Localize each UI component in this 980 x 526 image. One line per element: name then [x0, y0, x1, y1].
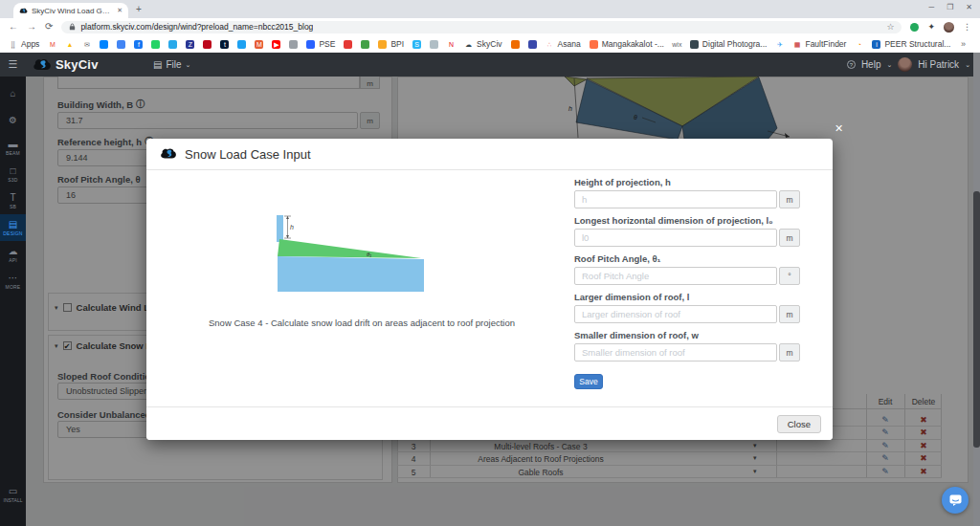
modal-close-icon[interactable]: ✕ — [835, 122, 843, 135]
bookmark-item[interactable]: ☁ SkyCiv — [464, 39, 501, 49]
bookmark-item[interactable] — [203, 40, 212, 49]
bookmark-item[interactable]: Z — [186, 40, 194, 49]
bookmark-label: PEER Structural... — [884, 39, 950, 49]
bookmark-favicon: f — [134, 40, 143, 49]
sidebar-item[interactable]: T SB — [0, 187, 26, 214]
bookmark-item[interactable]: ✈ — [775, 40, 784, 49]
bookmarks-overflow-icon[interactable]: » — [961, 39, 966, 49]
extensions-pin-icon[interactable]: ✦ — [927, 22, 935, 32]
bookmark-item[interactable]: wix — [673, 40, 681, 49]
reload-icon[interactable]: ⟳ — [45, 22, 53, 32]
bookmark-item[interactable]: ▲ — [65, 40, 74, 49]
skyciv-logo: SkyCiv — [33, 53, 99, 77]
monitor-icon: ▭ — [9, 486, 17, 496]
bookmark-item[interactable]: N — [447, 40, 456, 49]
browser-profile-avatar[interactable] — [944, 22, 954, 33]
field-input[interactable] — [574, 343, 777, 362]
skyciv-cloud-icon — [33, 58, 52, 72]
sidebar-item[interactable]: ☁ API — [0, 241, 26, 268]
bookmark-item[interactable]: f — [134, 40, 143, 49]
forward-icon[interactable]: → — [27, 22, 36, 32]
bookmark-item[interactable]: ▦ FaultFinder — [792, 39, 846, 49]
sidebar-item[interactable]: ⚙ — [0, 107, 26, 134]
bookmark-favicon: i — [872, 40, 880, 49]
bookmark-item[interactable] — [511, 40, 520, 49]
bookmark-label: SkyCiv — [477, 39, 501, 49]
window-close-icon[interactable]: ✕ — [966, 3, 972, 11]
bookmark-item[interactable] — [100, 40, 108, 49]
bookmark-item[interactable]: ✉ — [82, 40, 91, 49]
bookmark-item[interactable]: ⣿ Apps — [9, 39, 39, 49]
browser-menu-icon[interactable]: ⋮ — [963, 22, 971, 32]
address-bar[interactable]: platform.skyciv.com/design/wind?preload_… — [61, 21, 902, 33]
sidebar-item-icon: ⋯ — [9, 274, 18, 283]
bookmark-item[interactable] — [117, 40, 125, 49]
window-restore-icon[interactable]: ❐ — [947, 3, 953, 11]
sidebar-item[interactable]: ▤ DESIGN — [0, 214, 26, 241]
save-button[interactable]: Save — [574, 374, 603, 389]
sidebar-item[interactable]: ▬ BEAM — [0, 134, 26, 161]
window-minimize-icon[interactable]: ─ — [928, 3, 934, 11]
modal-field: Smaller dimension of roof, w m — [574, 330, 810, 362]
bookmark-item[interactable] — [168, 40, 177, 49]
sidebar-item-install[interactable]: ▭ INSTALL — [0, 486, 26, 503]
bookmark-item[interactable] — [361, 40, 369, 49]
bookmark-item[interactable]: M — [255, 40, 263, 49]
bookmark-item[interactable]: Mangakakalot -... — [590, 39, 664, 49]
bookmark-label: BPI — [390, 39, 404, 49]
modal-field: Roof Pitch Angle, θ₁ ° — [574, 253, 810, 285]
sidebar-item[interactable]: ⋯ MORE — [0, 268, 26, 295]
field-input[interactable] — [574, 229, 777, 247]
sidebar-item-label: BEAM — [6, 150, 20, 156]
bookmark-item[interactable] — [344, 40, 352, 49]
file-menu[interactable]: ▤ File ⌄ — [153, 53, 190, 77]
bookmark-item[interactable]: Digital Photogra... — [690, 39, 768, 49]
sidebar-item[interactable]: □ S3D — [0, 161, 26, 187]
theta1-angle-label: θ₁ — [367, 252, 371, 257]
field-input[interactable] — [574, 305, 777, 323]
url-text: platform.skyciv.com/design/wind?preload_… — [80, 22, 313, 32]
bookmark-item[interactable]: ▶ — [272, 40, 280, 49]
bookmark-item[interactable]: PSE — [306, 39, 335, 49]
bookmark-item[interactable]: S — [412, 40, 421, 49]
sidebar-item-label: DESIGN — [3, 230, 22, 236]
hamburger-menu-icon[interactable]: ☰ — [0, 53, 26, 77]
tab-close-icon[interactable]: ✕ — [117, 7, 122, 14]
chat-bubble-icon — [949, 494, 962, 506]
extension-icon[interactable] — [910, 23, 919, 32]
modal-footer: Close — [146, 406, 833, 440]
bookmark-star-icon[interactable]: ☆ — [886, 22, 894, 32]
bookmark-item[interactable] — [430, 40, 438, 49]
bookmark-item[interactable]: BPI — [378, 39, 404, 49]
bookmark-item[interactable]: t — [220, 40, 229, 49]
new-tab-button[interactable]: + — [136, 4, 142, 14]
chat-widget-button[interactable] — [942, 487, 969, 514]
bookmark-item[interactable] — [237, 40, 246, 49]
bookmark-favicon — [690, 40, 699, 49]
bookmark-item[interactable]: i PEER Structural... — [872, 39, 950, 49]
bookmark-label: Apps — [21, 39, 39, 49]
bookmark-item[interactable]: M — [48, 40, 56, 49]
browser-tab[interactable]: SkyCiv Wind Load Generator ✕ — [13, 3, 128, 18]
bookmark-item[interactable] — [528, 40, 537, 49]
field-input[interactable] — [574, 267, 777, 285]
close-button[interactable]: Close — [777, 415, 821, 433]
field-input[interactable] — [574, 190, 777, 208]
sidebar-item-icon: ▬ — [9, 140, 18, 149]
bookmark-item[interactable] — [151, 40, 160, 49]
user-avatar[interactable] — [898, 57, 912, 72]
scrollbar-thumb[interactable] — [973, 191, 980, 448]
back-icon[interactable]: ← — [9, 22, 18, 32]
bookmark-label: Asana — [558, 39, 581, 49]
bookmark-item[interactable]: ∴ Asana — [546, 39, 581, 49]
file-icon: ▤ — [153, 59, 162, 70]
bookmark-item[interactable]: ◔ — [855, 40, 863, 49]
user-menu[interactable]: Hi Patrick — [918, 59, 959, 70]
chevron-down-icon: ⌄ — [186, 61, 191, 69]
help-menu[interactable]: Help — [861, 59, 881, 70]
field-label: Roof Pitch Angle, θ₁ — [574, 253, 810, 263]
unit-addon: m — [779, 343, 800, 362]
sidebar-item[interactable]: ⌂ — [0, 80, 26, 107]
bookmark-favicon: S — [412, 40, 421, 49]
bookmark-item[interactable] — [289, 40, 298, 49]
